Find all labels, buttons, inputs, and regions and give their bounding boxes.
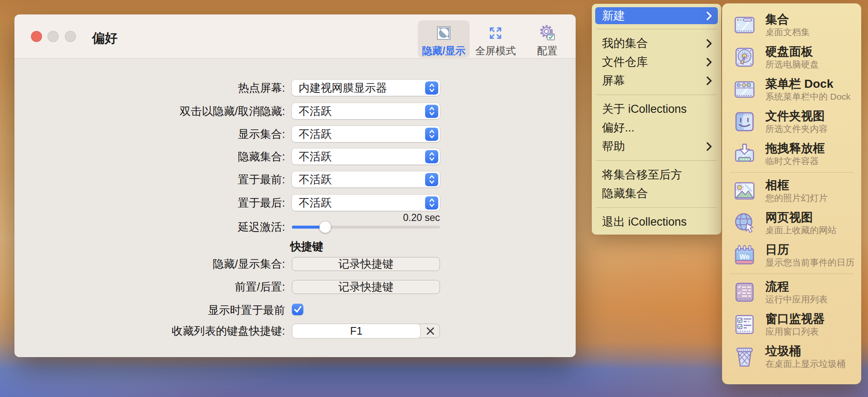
delay-value-label: 0.20 sec	[292, 212, 440, 224]
drop-box-icon	[732, 142, 757, 166]
submenu-item-trash[interactable]: 垃圾桶 在桌面上显示垃圾桶	[722, 341, 861, 373]
submenu-item-subtitle: 显示您当前事件的日历	[765, 257, 854, 268]
new-submenu: 集合 桌面文档集 硬盘面板 所选电脑硬盘	[722, 3, 861, 384]
submenu-item-photo-frame[interactable]: 相框 您的照片幻灯片	[722, 175, 861, 207]
menu-item-screens[interactable]: 屏幕	[592, 71, 721, 90]
submenu-item-menubar-dock[interactable]: 菜单栏 Dock 系统菜单栏中的 Dock	[722, 73, 861, 106]
submenu-item-window-monitor[interactable]: 窗口监视器 应用窗口列表	[722, 308, 861, 341]
delay-slider-track[interactable]	[292, 226, 440, 229]
row-record-hide-show: 隐藏/显示集合: 记录快捷键	[14, 257, 576, 271]
submenu-item-folder-view[interactable]: 文件夹视图 所选文件夹内容	[722, 106, 861, 138]
submenu-chevron-icon	[706, 142, 712, 151]
menu-item-about[interactable]: 关于 iCollections	[592, 100, 721, 118]
field-label: 收藏列表的键盘快捷键:	[14, 324, 285, 338]
submenu-item-title: 网页视图	[765, 211, 837, 224]
menu-item-hide-collection[interactable]: 隐藏集合	[592, 184, 721, 203]
photo-frame-icon	[732, 179, 757, 203]
menu-item-label: 帮助	[602, 139, 625, 154]
double-click-popup[interactable]: 不活跃	[292, 103, 440, 119]
row-send-back: 置于最后: 不活跃	[14, 195, 576, 211]
trash-icon	[732, 344, 757, 369]
tab-hide-show-label: 隐藏/显示	[422, 44, 466, 58]
desktop: 偏好 隐藏/显示	[0, 0, 868, 397]
menu-item-label: 新建	[602, 8, 625, 23]
menu-item-my-collections[interactable]: 我的集合	[592, 34, 721, 53]
tab-hide-show[interactable]: 隐藏/显示	[418, 20, 470, 58]
menu-item-move-back[interactable]: 将集合移至后方	[592, 165, 721, 184]
menu-separator	[596, 207, 717, 208]
tab-configure-label: 配置	[537, 44, 557, 58]
submenu-item-subtitle: 所选电脑硬盘	[765, 59, 819, 70]
menu-item-preferences[interactable]: 偏好...	[592, 118, 721, 137]
checkbox-checkmark	[292, 304, 303, 315]
popup-value: 不活跃	[299, 172, 425, 187]
submenu-chevron-icon	[706, 39, 712, 48]
hotspot-screen-popup[interactable]: 内建视网膜显示器	[292, 80, 440, 96]
submenu-item-subtitle: 桌面上收藏的网站	[765, 225, 837, 235]
show-collection-popup[interactable]: 不活跃	[292, 126, 440, 142]
submenu-item-drop-box[interactable]: 拖拽释放框 临时文件容器	[722, 138, 861, 170]
record-shortcut-button[interactable]: 记录快捷键	[292, 280, 440, 294]
menu-item-label: 将集合移至后方	[602, 167, 682, 182]
submenu-item-subtitle: 运行中应用列表	[765, 294, 828, 305]
bring-front-on-show-checkbox[interactable]	[292, 304, 303, 315]
popup-value: 不活跃	[299, 127, 425, 142]
submenu-chevron-icon	[706, 11, 712, 20]
popup-value: 不活跃	[299, 104, 425, 119]
menu-item-new[interactable]: 新建	[595, 7, 718, 24]
submenu-item-calendar[interactable]: We 日历 显示您当前事件的日历	[722, 239, 861, 271]
menu-item-label: 偏好...	[602, 120, 635, 135]
send-back-popup[interactable]: 不活跃	[292, 195, 440, 211]
row-double-click: 双击以隐藏/取消隐藏: 不活跃	[14, 103, 576, 119]
submenu-item-web-view[interactable]: 网页视图 桌面上收藏的网站	[722, 207, 861, 239]
context-menu: 新建 我的集合 文件仓库 屏幕 关于 iCollections 偏好... 帮助	[592, 4, 721, 235]
clear-hotkey-button[interactable]	[421, 324, 440, 338]
gear-icon	[538, 24, 557, 42]
row-hotspot-screen: 热点屏幕: 内建视网膜显示器	[14, 80, 576, 96]
popup-stepper-icon	[425, 105, 438, 118]
submenu-item-subtitle: 应用窗口列表	[765, 326, 825, 337]
preferences-window: 偏好 隐藏/显示	[14, 14, 576, 357]
hide-collection-popup[interactable]: 不活跃	[292, 148, 440, 165]
menu-item-quit[interactable]: 退出 iCollections	[592, 212, 721, 231]
delay-slider-thumb[interactable]	[319, 221, 331, 233]
favorites-hotkey-field[interactable]: F1	[292, 324, 440, 338]
collection-icon	[732, 13, 757, 37]
submenu-item-hard-disk[interactable]: 硬盘面板 所选电脑硬盘	[722, 41, 861, 73]
hotkey-value[interactable]: F1	[292, 324, 421, 338]
submenu-chevron-icon	[706, 58, 712, 67]
menu-item-label: 文件仓库	[602, 54, 648, 70]
menu-item-help[interactable]: 帮助	[592, 137, 721, 156]
row-show-collection: 显示集合: 不活跃	[14, 126, 576, 142]
hard-disk-icon	[732, 45, 757, 70]
menu-item-file-depot[interactable]: 文件仓库	[592, 53, 721, 71]
tab-fullscreen[interactable]: 全屏模式	[470, 20, 521, 58]
bring-front-popup[interactable]: 不活跃	[292, 171, 440, 187]
submenu-item-subtitle: 所选文件夹内容	[765, 123, 828, 134]
record-shortcut-button[interactable]: 记录快捷键	[292, 257, 440, 271]
menu-item-label: 退出 iCollections	[602, 214, 687, 229]
popup-stepper-icon	[425, 150, 438, 163]
row-record-front-back: 前置/后置: 记录快捷键	[14, 280, 576, 294]
submenu-item-collection[interactable]: 集合 桌面文档集	[722, 9, 861, 41]
submenu-separator	[730, 172, 854, 173]
close-button[interactable]	[31, 31, 42, 42]
calendar-icon: We	[732, 243, 757, 268]
menu-separator	[596, 95, 717, 95]
tab-configure[interactable]: 配置	[521, 20, 573, 58]
field-label: 前置/后置:	[14, 280, 285, 294]
folder-view-icon	[732, 109, 757, 134]
minimize-button[interactable]	[48, 31, 59, 42]
menu-item-label: 屏幕	[602, 73, 625, 88]
submenu-chevron-icon	[706, 76, 712, 85]
zoom-button[interactable]	[65, 31, 76, 42]
submenu-item-title: 集合	[765, 13, 810, 26]
field-label: 显示时置于最前	[14, 304, 285, 316]
submenu-item-subtitle: 桌面文档集	[765, 27, 810, 37]
field-label: 热点屏幕:	[14, 80, 285, 96]
field-label: 置于最前:	[14, 171, 285, 187]
web-view-icon	[732, 211, 757, 235]
submenu-item-title: 垃圾桶	[765, 344, 846, 358]
submenu-item-process[interactable]: 流程 运行中应用列表	[722, 276, 861, 308]
submenu-item-title: 拖拽释放框	[765, 142, 825, 155]
